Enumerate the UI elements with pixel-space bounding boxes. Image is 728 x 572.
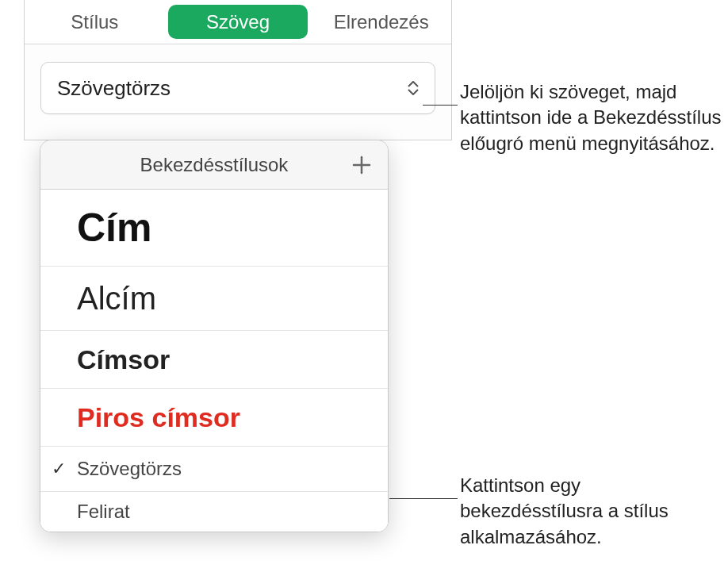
checkmark-icon: ✓	[52, 459, 66, 479]
style-item-label: Alcím	[77, 267, 156, 330]
callout-apply-style: Kattintson egy bekezdésstílusra a stílus…	[460, 473, 722, 550]
style-item-caption[interactable]: Felirat	[40, 492, 388, 532]
paragraph-styles-popover: Bekezdésstílusok Cím Alcím Címsor Piros …	[40, 140, 389, 532]
style-item-body[interactable]: ✓ Szövegtörzs	[40, 447, 388, 492]
paragraph-style-list: Cím Alcím Címsor Piros címsor ✓ Szövegtö…	[40, 190, 388, 532]
style-item-label: Felirat	[77, 492, 130, 532]
popover-title-row: Bekezdésstílusok	[40, 140, 388, 190]
style-item-title[interactable]: Cím	[40, 190, 388, 267]
style-item-heading[interactable]: Címsor	[40, 331, 388, 389]
format-panel: Stílus Szöveg Elrendezés Szövegtörzs	[24, 0, 452, 140]
style-item-label: Címsor	[77, 331, 170, 388]
chevron-updown-icon	[408, 81, 419, 95]
tab-style[interactable]: Stílus	[25, 0, 165, 44]
plus-icon	[351, 155, 372, 175]
tab-text[interactable]: Szöveg	[168, 5, 308, 39]
paragraph-style-current: Szövegtörzs	[57, 76, 171, 101]
style-item-red-heading[interactable]: Piros címsor	[40, 389, 388, 447]
tab-layout[interactable]: Elrendezés	[311, 0, 451, 44]
add-style-button[interactable]	[348, 152, 375, 179]
paragraph-style-row: Szövegtörzs	[25, 44, 451, 140]
callout-open-menu: Jelöljön ki szöveget, majd kattintson id…	[460, 79, 722, 156]
callout-leader-line	[423, 105, 458, 106]
paragraph-style-selector[interactable]: Szövegtörzs	[40, 62, 435, 114]
style-item-label: Cím	[77, 190, 151, 266]
format-tabs: Stílus Szöveg Elrendezés	[25, 0, 451, 44]
style-item-label: Piros címsor	[77, 389, 240, 446]
popover-title: Bekezdésstílusok	[140, 154, 289, 176]
style-item-subtitle[interactable]: Alcím	[40, 267, 388, 331]
style-item-label: Szövegtörzs	[77, 447, 182, 491]
callout-leader-line	[389, 498, 458, 499]
